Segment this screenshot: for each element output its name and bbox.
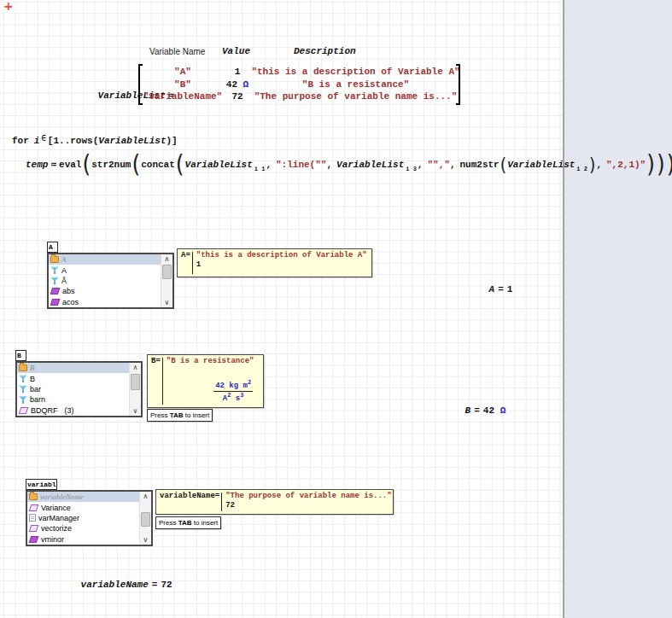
- scroll-up-icon[interactable]: ∧: [140, 492, 151, 501]
- variable-name: VariableList: [98, 136, 166, 146]
- autocomplete-item[interactable]: Å: [49, 276, 172, 286]
- element-of-operator: ∈: [41, 134, 45, 143]
- for-loop-body[interactable]: temp≔eval(str2num(concat(VariableListi 1…: [26, 153, 672, 176]
- autocomplete-item[interactable]: B: [17, 373, 141, 383]
- scroll-up-icon[interactable]: ∧: [130, 363, 141, 372]
- matrix-cell[interactable]: "B is a resistance": [251, 79, 460, 90]
- variable-name: VariableList: [507, 160, 575, 170]
- unit-filter-icon: [19, 375, 27, 383]
- matrix-cell[interactable]: "this is a description of Variable A": [251, 67, 460, 77]
- tooltip-description: "this is a description of Variable A": [196, 251, 367, 260]
- result-B[interactable]: B=42 Ω: [431, 395, 505, 426]
- matrix-cell[interactable]: 1: [224, 67, 251, 77]
- function-icon: [50, 288, 61, 294]
- autocomplete-item[interactable]: barn: [17, 394, 141, 405]
- ohm-unit: Ω: [237, 79, 248, 90]
- num2str-function: num2str: [459, 160, 499, 170]
- tooltip-description: "The purpose of variable name is...": [225, 492, 391, 501]
- autocomplete-item[interactable]: acos: [49, 297, 172, 307]
- dropdown-scrollbar[interactable]: ∧ ∨: [161, 254, 172, 307]
- result-A[interactable]: A=1: [455, 274, 512, 305]
- matrix-cell[interactable]: 42 Ω: [224, 79, 251, 90]
- inline-edit-box[interactable]: B: [15, 350, 26, 361]
- scroll-down-icon[interactable]: ∨: [140, 535, 151, 545]
- temp-variable: temp: [26, 160, 48, 170]
- autocomplete-item[interactable]: Variance: [27, 502, 151, 512]
- function-outline-icon: [19, 407, 29, 414]
- dropdown-scrollbar[interactable]: ∧ ∨: [129, 363, 141, 416]
- autocomplete-dropdown[interactable]: A A Å abs acos ∧ ∨: [47, 253, 174, 309]
- history-folder-icon: [19, 364, 27, 371]
- function-outline-icon: [29, 525, 39, 532]
- autocomplete-item[interactable]: vectorize: [27, 523, 151, 533]
- history-folder-icon: [29, 493, 38, 500]
- unit-filter-icon: [19, 395, 27, 404]
- system-bracket: [192, 252, 193, 274]
- dropdown-scrollbar[interactable]: ∧ ∨: [139, 492, 151, 545]
- scroll-down-icon[interactable]: ∨: [130, 406, 141, 416]
- variable-name: VariableList: [336, 160, 404, 170]
- function-outline-icon: [29, 504, 39, 511]
- concat-function: concat: [141, 160, 175, 170]
- matrix-cell[interactable]: "A": [142, 67, 224, 77]
- autocomplete-item[interactable]: A: [49, 265, 172, 275]
- tooltip-value-fraction: 42 kg m2 A2 s3: [167, 369, 254, 413]
- preview-tooltip: B= "B is a resistance" 42 kg m2 A2 s3: [147, 354, 264, 408]
- header-variable-name[interactable]: Variable Name: [149, 47, 205, 56]
- smath-worksheet-window: + Variable Name Value Description Variab…: [0, 0, 672, 618]
- matrix-cell[interactable]: "The purpose of variable name is...": [251, 91, 460, 102]
- overload-count: (3): [65, 406, 74, 415]
- result-variableName[interactable]: variableName=72: [47, 569, 172, 600]
- inline-edit-box[interactable]: A: [47, 242, 58, 253]
- autocomplete-item-selected[interactable]: A: [49, 254, 172, 265]
- scrollbar-thumb[interactable]: [141, 512, 150, 527]
- autocomplete-item-selected[interactable]: B: [17, 363, 141, 373]
- scrollbar-thumb[interactable]: [162, 265, 172, 279]
- autocomplete-item-selected[interactable]: variableName: [27, 492, 151, 502]
- string-literal: ":line("": [276, 160, 326, 170]
- rows-function: rows: [70, 136, 92, 146]
- autocomplete-item[interactable]: abs: [49, 286, 172, 296]
- autocomplete-item[interactable]: vminor: [27, 534, 151, 545]
- header-description[interactable]: Description: [294, 46, 356, 56]
- subscript: i 1: [254, 166, 266, 172]
- system-bracket: [162, 358, 163, 405]
- page-icon: [29, 514, 36, 522]
- inline-edit-box[interactable]: variabl: [26, 479, 57, 490]
- scroll-up-icon[interactable]: ∧: [161, 254, 172, 264]
- header-value[interactable]: Value: [222, 46, 250, 56]
- assign-operator: ≔: [50, 159, 56, 170]
- unit-filter-icon: [50, 277, 59, 285]
- subscript: i 2: [576, 166, 587, 172]
- variablelist-matrix[interactable]: "A" 1 "this is a description of Variable…: [142, 66, 460, 103]
- ohm-unit: Ω: [494, 405, 505, 416]
- insertion-cursor-icon: +: [3, 1, 14, 11]
- autocomplete-item[interactable]: varManager: [27, 513, 151, 523]
- for-loop-header[interactable]: fori∈[1..rows(VariableList)]: [12, 136, 178, 146]
- tooltip-value: 1: [196, 260, 367, 270]
- matrix-cell[interactable]: "variableName": [142, 91, 224, 102]
- matrix-cell[interactable]: 72: [224, 91, 251, 102]
- matrix-cell[interactable]: "B": [142, 79, 224, 90]
- for-keyword: for: [12, 136, 29, 146]
- eval-function: eval: [59, 160, 81, 170]
- tooltip-value: 72: [225, 501, 391, 510]
- variable-name: VariableList: [185, 160, 253, 170]
- autocomplete-dropdown[interactable]: variableName Variance varManager vectori…: [26, 490, 153, 546]
- scrollbar-thumb[interactable]: [131, 374, 140, 390]
- autocomplete-dropdown[interactable]: B B bar barn BDQRF (3) ∧ ∨: [15, 361, 143, 417]
- string-literal: "",": [427, 160, 449, 170]
- iterator-variable: i: [34, 136, 40, 146]
- function-icon: [29, 536, 39, 543]
- function-icon: [50, 299, 61, 306]
- scroll-down-icon[interactable]: ∨: [161, 298, 172, 307]
- autocomplete-item[interactable]: BDQRF (3): [17, 405, 141, 416]
- autocomplete-item[interactable]: bar: [17, 384, 141, 394]
- preview-tooltip: variableName= "The purpose of variable n…: [155, 489, 394, 515]
- str2num-function: str2num: [91, 160, 131, 170]
- unit-filter-icon: [50, 266, 59, 275]
- system-bracket: [221, 493, 222, 511]
- tooltip-description: "B is a resistance": [167, 357, 254, 366]
- tooltip-variable: variableName: [160, 492, 215, 500]
- press-tab-hint: Press TAB to insert: [147, 409, 213, 422]
